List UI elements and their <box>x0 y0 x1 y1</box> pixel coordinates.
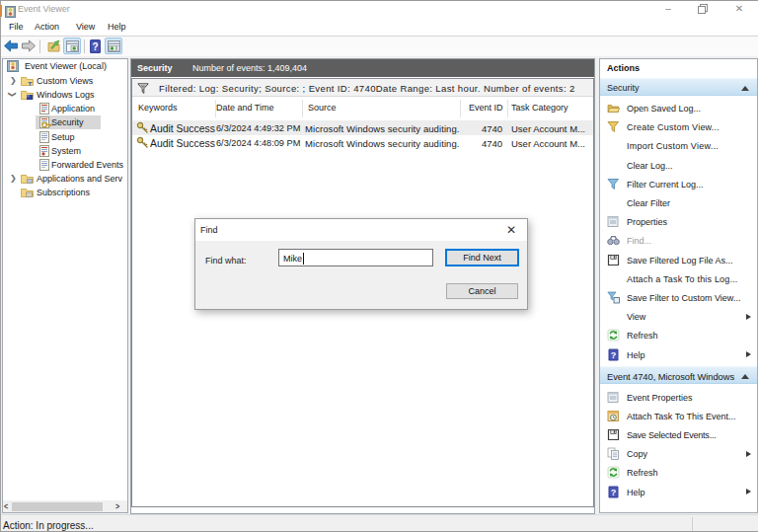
svg-text:?: ? <box>611 349 617 359</box>
svg-text:?: ? <box>611 487 617 496</box>
svg-text:?: ? <box>92 41 98 52</box>
